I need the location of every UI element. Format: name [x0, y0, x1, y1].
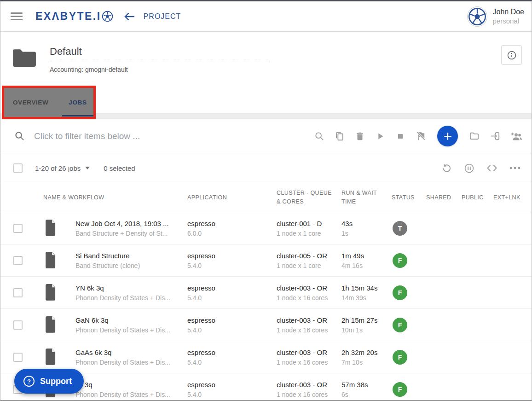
- job-application: espresso: [187, 252, 277, 260]
- filter-bar: [0, 119, 532, 153]
- avatar[interactable]: [467, 6, 487, 27]
- table-row[interactable]: YN 6k 3q Phonon Density of States + Dis.…: [0, 277, 532, 309]
- restore-icon[interactable]: [441, 163, 452, 174]
- user-role: personal: [493, 17, 525, 25]
- project-folder-icon: [12, 47, 37, 85]
- table-row[interactable]: Si Band Structure Band Structure (clone)…: [0, 244, 532, 277]
- col-shared[interactable]: SHARED: [426, 193, 462, 202]
- toolbar-search-icon[interactable]: [314, 131, 324, 141]
- job-application: espresso: [187, 220, 277, 227]
- pagination-label: 1-20 of 26 jobs: [35, 164, 81, 172]
- job-wait-time: 4m 16s: [341, 262, 392, 269]
- top-navigation-bar: EXΛBYTE.I PROJECT John Doe personal: [0, 1, 532, 32]
- page-title: Default: [50, 46, 270, 62]
- status-badge: F: [393, 350, 407, 365]
- job-name: Si Band Structure: [75, 252, 187, 260]
- job-name: YN 6k 3q: [75, 284, 187, 292]
- file-icon: [43, 316, 75, 333]
- row-checkbox[interactable]: [13, 256, 23, 265]
- job-application: espresso: [187, 349, 277, 356]
- job-wait-time: 10m 1s: [341, 326, 392, 334]
- chevron-down-icon: [85, 167, 90, 169]
- job-run-time: 1m 49s: [341, 252, 392, 260]
- status-badge: F: [393, 318, 407, 332]
- job-run-time: 57m 38s: [341, 381, 392, 389]
- user-name: John Doe: [493, 8, 525, 16]
- job-application: espresso: [187, 316, 277, 324]
- user-menu[interactable]: John Doe personal: [467, 6, 525, 27]
- share-with-team-icon[interactable]: [510, 131, 522, 141]
- breadcrumb: PROJECT: [144, 12, 181, 21]
- project-accounting: Accounting: gmogni-default: [50, 66, 270, 73]
- import-icon[interactable]: [490, 131, 500, 141]
- col-status[interactable]: STATUS: [392, 193, 426, 202]
- job-wait-time: 6s: [341, 391, 392, 398]
- selection-row: 1-20 of 26 jobs 0 selected: [0, 153, 532, 183]
- job-run-time: 43s: [341, 220, 392, 227]
- soccer-ball-icon: [102, 11, 113, 22]
- file-icon: [43, 220, 75, 237]
- job-wait-time: 1s: [341, 230, 392, 237]
- back-arrow-icon[interactable]: [123, 12, 135, 22]
- col-ext-lnk[interactable]: EXT+LNK: [493, 193, 532, 202]
- job-cores: 1 node x 1 core: [277, 230, 341, 237]
- code-icon[interactable]: [486, 164, 497, 172]
- app-window: EXΛBYTE.I PROJECT John Doe personal Defa…: [0, 0, 532, 401]
- job-cluster: cluster-003 - OR: [277, 381, 341, 389]
- delete-icon[interactable]: [355, 131, 365, 141]
- row-checkbox[interactable]: [13, 353, 23, 362]
- job-cluster: cluster-003 - OR: [277, 284, 341, 292]
- job-cluster: cluster-003 - OR: [277, 316, 341, 324]
- support-button[interactable]: ? Support: [14, 369, 84, 394]
- menu-icon[interactable]: [11, 11, 23, 22]
- table-row[interactable]: GaN 6k 3q Phonon Density of States + Dis…: [0, 309, 532, 341]
- move-to-folder-icon[interactable]: [469, 131, 480, 141]
- tab-jobs[interactable]: JOBS: [68, 94, 87, 110]
- select-all-checkbox[interactable]: [13, 163, 23, 173]
- status-badge: F: [393, 382, 407, 397]
- info-button[interactable]: [501, 45, 522, 65]
- job-wait-time: 14m 39s: [341, 294, 392, 302]
- row-checkbox[interactable]: [13, 320, 23, 330]
- job-application: espresso: [187, 381, 277, 389]
- job-cores: 1 node x 16 cores: [277, 326, 341, 334]
- project-header: Default Accounting: gmogni-default: [0, 32, 532, 85]
- duplicate-icon[interactable]: [335, 131, 345, 141]
- support-label: Support: [40, 377, 72, 386]
- job-workflow: Phonon Density of States + Dis...: [75, 294, 187, 302]
- pagination-dropdown[interactable]: 1-20 of 26 jobs: [35, 164, 90, 172]
- create-new-button[interactable]: [437, 126, 458, 146]
- job-workflow: Phonon Density of States + Dis...: [75, 391, 187, 398]
- row-checkbox[interactable]: [13, 288, 23, 297]
- filter-input[interactable]: [34, 131, 232, 141]
- more-icon[interactable]: [509, 167, 520, 169]
- tab-overview[interactable]: OVERVIEW: [12, 94, 49, 110]
- col-cluster[interactable]: CLUSTER - QUEUE & CORES: [277, 189, 341, 206]
- stop-icon[interactable]: [395, 131, 405, 141]
- col-application[interactable]: APPLICATION: [187, 193, 277, 202]
- list-actions: [441, 163, 520, 174]
- exabyte-logo[interactable]: EXΛBYTE.I: [35, 10, 113, 23]
- annotation-highlight-box: OVERVIEW JOBS: [2, 86, 96, 119]
- col-name-workflow[interactable]: NAME & WORKFLOW: [43, 193, 187, 202]
- job-version: 5.4.0: [187, 262, 277, 269]
- table-row[interactable]: GaAs 6k 3q Phonon Density of States + Di…: [0, 341, 532, 373]
- run-icon[interactable]: [375, 131, 385, 141]
- job-name: 6k 3q: [75, 381, 187, 389]
- row-checkbox[interactable]: [13, 224, 23, 233]
- job-name: GaN 6k 3q: [75, 316, 187, 324]
- job-cluster: cluster-001 - D: [277, 220, 341, 227]
- job-workflow: Band Structure (clone): [75, 262, 187, 269]
- pause-icon[interactable]: [464, 163, 474, 174]
- question-icon: ?: [23, 376, 35, 387]
- col-public[interactable]: PUBLIC: [462, 193, 493, 202]
- table-row[interactable]: New Job Oct 4, 2018, 19:03 ... Band Stru…: [0, 212, 532, 244]
- job-version: 5.4.0: [187, 359, 277, 366]
- plus-icon: [443, 131, 453, 141]
- job-version: 5.4.0: [187, 294, 277, 302]
- file-icon: [43, 284, 75, 301]
- job-workflow: Phonon Density of States + Dis...: [75, 359, 187, 366]
- col-run-wait[interactable]: RUN & WAIT TIME: [341, 189, 392, 206]
- cancel-flag-icon[interactable]: [416, 131, 426, 141]
- job-application: espresso: [187, 284, 277, 292]
